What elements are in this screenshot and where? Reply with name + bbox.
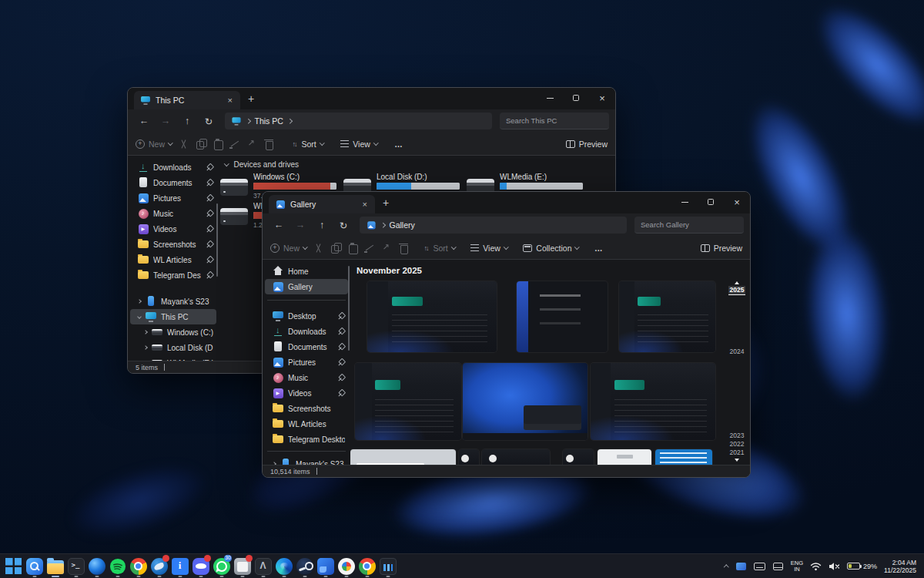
- battery-indicator[interactable]: 29%: [847, 563, 877, 570]
- minimize-button[interactable]: [671, 192, 698, 212]
- timeline-down-icon[interactable]: [735, 459, 739, 462]
- taskbar-icon-spotify[interactable]: [107, 554, 128, 578]
- new-button[interactable]: + New: [270, 244, 307, 253]
- photo-thumbnail[interactable]: [355, 363, 461, 440]
- search-box[interactable]: [500, 113, 609, 129]
- timeline-year-2023[interactable]: 2023: [730, 432, 745, 440]
- preview-toggle[interactable]: Preview: [701, 244, 742, 253]
- sidebar-scrollbar[interactable]: [216, 203, 219, 277]
- taskbar-icon-activity-monitor[interactable]: [377, 554, 398, 578]
- wifi-icon[interactable]: [810, 562, 822, 571]
- up-button[interactable]: ↑: [177, 116, 197, 126]
- start-button[interactable]: [3, 554, 24, 578]
- sidebar-scrollbar[interactable]: [348, 266, 350, 351]
- language-indicator[interactable]: ENG IN: [791, 560, 803, 573]
- sidebar-item-downloads[interactable]: Downloads: [265, 324, 348, 339]
- delete-icon[interactable]: [263, 139, 274, 150]
- sidebar-item-music[interactable]: Music: [130, 206, 216, 221]
- forward-button[interactable]: →: [156, 116, 176, 126]
- photo-thumbnail[interactable]: [598, 449, 651, 465]
- sidebar-item-telegram-desktop[interactable]: Telegram Desktop: [265, 432, 348, 447]
- view-button[interactable]: View: [340, 139, 377, 149]
- view-button[interactable]: View: [470, 244, 507, 253]
- hidden-icons-chevron[interactable]: [724, 565, 728, 570]
- photo-thumbnail[interactable]: [482, 449, 550, 465]
- tab-this-pc[interactable]: This PC ×: [134, 91, 240, 109]
- tab-close-icon[interactable]: ×: [361, 200, 369, 209]
- taskbar-icon-edge[interactable]: [273, 554, 294, 578]
- timeline-year-2022[interactable]: 2022: [730, 440, 745, 449]
- refresh-button[interactable]: ↻: [199, 116, 219, 127]
- taskbar-icon-file-explorer[interactable]: [45, 554, 65, 578]
- gallery-window[interactable]: Gallery × + × ← → ↑ ↻ Gallery: [262, 191, 751, 478]
- back-button[interactable]: ←: [269, 220, 289, 230]
- photo-thumbnail[interactable]: [517, 281, 608, 352]
- photo-thumbnail[interactable]: [655, 449, 712, 465]
- maximize-button[interactable]: [563, 88, 589, 108]
- photo-thumbnail[interactable]: [459, 449, 479, 465]
- sort-button[interactable]: ↑↓ Sort: [293, 139, 324, 149]
- taskbar-icon-compass-app[interactable]: [253, 554, 273, 578]
- close-button[interactable]: ×: [589, 88, 615, 108]
- breadcrumb-this-pc[interactable]: This PC: [255, 116, 283, 126]
- taskbar-icon-chrome[interactable]: [128, 554, 149, 578]
- taskbar-icon-whatsapp[interactable]: 30: [211, 554, 232, 578]
- taskbar-icon-info-app[interactable]: [169, 554, 190, 578]
- sidebar-item-videos[interactable]: Videos: [265, 385, 348, 401]
- share-icon[interactable]: [246, 139, 257, 150]
- volume-muted-icon[interactable]: [829, 562, 840, 571]
- devices-and-drives-header[interactable]: Devices and drives: [225, 160, 299, 169]
- minimize-button[interactable]: [537, 88, 563, 108]
- forward-button[interactable]: →: [290, 220, 310, 230]
- sidebar-item-screenshots[interactable]: Screenshots: [265, 401, 348, 416]
- taskbar-icon-media-app[interactable]: [232, 554, 253, 578]
- sidebar-item-wl-articles[interactable]: WL Articles: [265, 416, 348, 432]
- sidebar-item-desktop[interactable]: Desktop: [265, 308, 348, 324]
- search-input[interactable]: [500, 116, 614, 125]
- sidebar-item-music[interactable]: Music: [265, 370, 348, 385]
- taskbar-icon-terminal[interactable]: [65, 554, 86, 578]
- share-icon[interactable]: [381, 243, 392, 254]
- new-button[interactable]: + New: [136, 139, 172, 149]
- chevron-right-icon[interactable]: [143, 345, 148, 350]
- sidebar-item-this-pc[interactable]: This PC: [130, 309, 216, 324]
- chevron-right-icon[interactable]: [143, 330, 148, 334]
- taskbar-icon-key-app[interactable]: [24, 554, 45, 578]
- close-button[interactable]: ×: [724, 192, 750, 212]
- taskbar-icon-office[interactable]: [336, 554, 357, 578]
- taskbar-icon-discord[interactable]: [190, 554, 211, 578]
- timeline-year-2021[interactable]: 2021: [730, 449, 745, 457]
- cut-icon[interactable]: [313, 243, 324, 254]
- clock[interactable]: 2:04 AM 11/22/2025: [884, 559, 916, 574]
- photo-thumbnail[interactable]: [463, 363, 588, 440]
- search-input[interactable]: [634, 220, 748, 229]
- more-options-button[interactable]: …: [394, 139, 403, 149]
- back-button[interactable]: ←: [134, 116, 154, 126]
- sort-button[interactable]: ↑↓ Sort: [424, 244, 456, 253]
- breadcrumb-gallery[interactable]: Gallery: [390, 220, 415, 230]
- sidebar-item-phone-device[interactable]: Mayank's S23: [265, 456, 348, 465]
- sidebar-item-phone-device[interactable]: Mayank's S23: [130, 294, 216, 309]
- up-button[interactable]: ↑: [312, 220, 332, 230]
- taskbar-icon-thunderbird[interactable]: [149, 554, 169, 578]
- sidebar-item-documents[interactable]: Documents: [130, 175, 216, 190]
- photo-thumbnail[interactable]: [563, 449, 594, 465]
- touchpad-icon[interactable]: [772, 562, 784, 571]
- taskbar-icon-steam[interactable]: [294, 554, 315, 578]
- new-tab-button[interactable]: +: [248, 93, 254, 104]
- timeline-scrubber[interactable]: 2025 2024 2023 2022 2021: [727, 281, 747, 460]
- sidebar-item-wlmedia-e[interactable]: WLMedia (E:): [130, 355, 216, 361]
- rename-icon[interactable]: [364, 243, 375, 254]
- sidebar-item-videos[interactable]: Videos: [130, 221, 216, 237]
- more-options-button[interactable]: …: [594, 244, 604, 253]
- copy-icon[interactable]: [196, 139, 206, 150]
- collection-button[interactable]: Collection: [523, 244, 579, 253]
- search-box[interactable]: [634, 217, 744, 234]
- maximize-button[interactable]: [698, 192, 724, 212]
- photo-thumbnail[interactable]: [350, 449, 456, 465]
- tab-gallery[interactable]: Gallery ×: [269, 195, 375, 213]
- new-tab-button[interactable]: +: [383, 197, 389, 208]
- timeline-year-2024[interactable]: 2024: [730, 348, 745, 356]
- photo-thumbnail[interactable]: [591, 363, 715, 440]
- sidebar-item-windows-c[interactable]: Windows (C:): [130, 324, 216, 340]
